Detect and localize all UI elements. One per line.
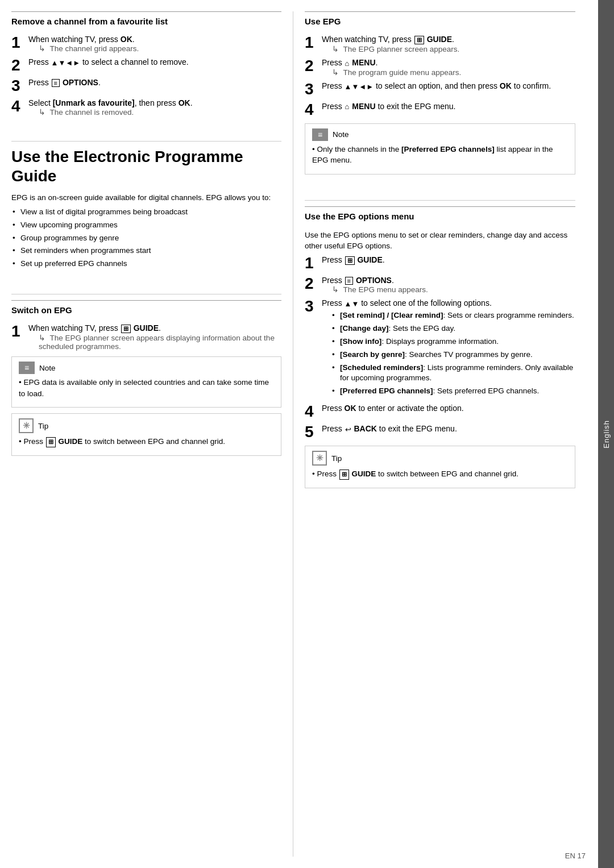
guide-icon: ⊞ [345,256,355,265]
remove-channel-section: Remove a channel from a favourite list 1… [11,11,281,130]
unmark-label: [Unmark as favourite] [53,98,135,107]
step-1-switch: 1 When watching TV, press ⊞ GUIDE. ↳ The… [11,323,281,351]
change-day-label: [Change day] [340,324,389,333]
epg-opt-step-4-content: Press OK to enter or activate the option… [322,404,574,413]
menu-icon: ⌂ [345,59,350,68]
step-num: 4 [305,404,316,420]
remove-channel-title: Remove a channel from a favourite list [11,16,281,29]
step-4-remove: 4 Select [Unmark as favourite], then pre… [11,98,281,117]
scheduled-label: [Scheduled reminders] [340,363,423,372]
menu-label: MENU [352,102,375,111]
side-tab-label: English [602,420,611,448]
step-1-indent: ↳ The channel grid appears. [28,44,280,53]
note-text: • EPG data is available only in selected… [19,377,274,399]
epg-options-sub-list: [Set remind] / [Clear remind]: Sets or c… [331,310,574,397]
step-3-remove: 3 Press ≡ OPTIONS. [11,78,281,94]
back-icon: ↩ [345,425,351,434]
epg-bullet-list: View a list of digital programmes being … [11,207,281,269]
menu-icon: ⌂ [345,102,350,111]
use-epg-title: Use EPG [305,16,575,29]
guide-label: GUIDE [427,35,452,44]
step-num: 2 [305,276,316,292]
guide-icon: ⊞ [414,36,424,44]
use-epg-step-3: 3 Press ▲▼◄► to select an option, and th… [305,81,575,97]
menu-label: MENU [352,58,375,67]
note-header: Note [312,128,568,141]
epg-options-section: Use the EPG options menu Use the EPG opt… [305,206,575,502]
divider-2 [11,294,281,294]
step-num: 5 [305,424,316,440]
opt-change-day: [Change day]: Sets the EPG day. [331,323,574,334]
opt-preferred: [Preferred EPG channels]: Sets preferred… [331,386,574,397]
bullet-5: Set up preferred EPG channels [11,259,281,269]
set-remind-label: [Set remind] / [Clear remind] [340,311,443,319]
tip-text: • Press ⊞ GUIDE to switch between EPG an… [312,468,568,480]
epg-description: EPG is an on-screen guide available for … [11,192,281,203]
tip-icon: ✳ [312,451,327,466]
guide-label: GUIDE [59,437,83,446]
guide-label: GUIDE [357,255,382,264]
guide-icon: ⊞ [339,470,349,480]
right-column: Use EPG 1 When watching TV, press ⊞ GUID… [293,11,575,857]
epg-opt-step-1: 1 Press ⊞ GUIDE. [305,255,575,271]
note-header: Note [19,362,274,374]
nav-arrows: ▲▼◄► [345,82,374,90]
switch-tip-box: ✳ Tip • Press ⊞ GUIDE to switch between … [11,413,281,456]
bullet-4: Set reminders when programmes start [11,246,281,256]
tip-text: • Press ⊞ GUIDE to switch between EPG an… [19,436,274,447]
tip-label: Tip [331,454,342,463]
step-1-content: When watching TV, press OK. ↳ The channe… [28,35,280,53]
epg-opt-step-1-content: Press ⊞ GUIDE. [322,255,574,265]
left-column: Remove a channel from a favourite list 1… [11,11,293,857]
step-4-content: Select [Unmark as favourite], then press… [28,98,280,117]
note-icon [19,362,35,374]
use-epg-step-4: 4 Press ⌂ MENU to exit the EPG menu. [305,102,575,118]
epg-opt-step-3-content: Press ▲▼ to select one of the following … [322,298,574,399]
ok-label: OK [500,81,512,90]
step-2-content: Press ▲▼◄► to select a channel to remove… [28,57,280,67]
guide-icon: ⊞ [121,325,131,333]
step-1-remove: 1 When watching TV, press OK. ↳ The chan… [11,35,281,53]
epg-opt-step-3: 3 Press ▲▼ to select one of the followin… [305,298,575,399]
options-icon: ≡ [345,277,353,285]
options-label: OPTIONS [356,276,392,285]
step-num: 1 [11,35,23,51]
ok-label: OK [121,35,132,44]
preferred-epg-label: [Preferred EPG channels] [401,145,495,153]
step-num: 4 [11,98,23,114]
nav-arrows: ▲▼ [345,300,359,308]
tip-icon: ✳ [19,418,34,433]
divider-1 [11,141,281,142]
switch-on-epg-section: Switch on EPG 1 When watching TV, press … [11,300,281,470]
epg-big-title: Use the Electronic Programme Guide [11,147,281,185]
step-num: 3 [305,81,316,97]
nav-arrows: ▲▼◄► [51,59,80,67]
use-epg-step-2-indent: ↳ The program guide menu appears. [322,68,574,77]
epg-opt-step-2-indent: ↳ The EPG menu appears. [322,285,574,294]
epg-opt-step-2: 2 Press ≡ OPTIONS. ↳ The EPG menu appear… [305,276,575,294]
use-epg-step-2-content: Press ⌂ MENU. ↳ The program guide menu a… [322,58,574,77]
ok-label: OK [179,98,190,107]
switch-epg-title: Switch on EPG [11,305,281,318]
back-label: BACK [354,424,376,433]
use-epg-step-1-content: When watching TV, press ⊞ GUIDE. ↳ The E… [322,35,574,53]
epg-intro-section: Use the Electronic Programme Guide EPG i… [11,147,281,283]
guide-label: GUIDE [352,470,376,478]
use-epg-step-1: 1 When watching TV, press ⊞ GUIDE. ↳ The… [305,35,575,53]
opt-show-info: [Show info]: Displays programme informat… [331,337,574,347]
step-num: 1 [305,35,316,51]
epg-options-tip-box: ✳ Tip • Press ⊞ GUIDE to switch between … [305,446,575,488]
step-1-switch-content: When watching TV, press ⊞ GUIDE. ↳ The E… [28,323,280,351]
step-num: 1 [305,255,316,271]
step-1-switch-indent: ↳ The EPG planner screen appears display… [28,333,280,351]
options-label: OPTIONS [63,78,98,87]
show-info-label: [Show info] [340,337,381,346]
bullet-2: View upcoming programmes [11,220,281,231]
step-num: 2 [305,58,316,74]
search-genre-label: [Search by genre] [340,350,405,359]
bullet-1: View a list of digital programmes being … [11,207,281,218]
step-num: 2 [11,57,23,73]
epg-opt-step-5: 5 Press ↩ BACK to exit the EPG menu. [305,424,575,440]
opt-set-remind: [Set remind] / [Clear remind]: Sets or c… [331,310,574,321]
page-footer: EN 17 [565,852,586,860]
